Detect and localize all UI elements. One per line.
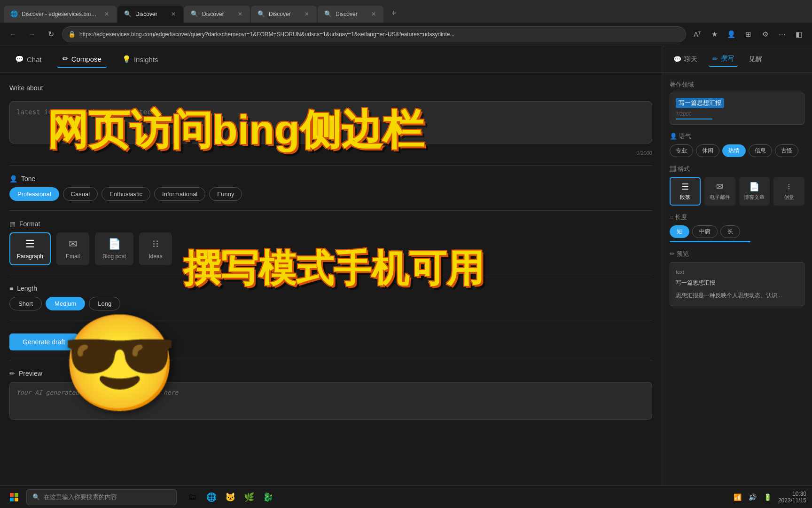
taskbar-edge-icon[interactable]: 🌐	[203, 489, 220, 506]
wifi-icon[interactable]: 📶	[731, 491, 744, 504]
tab-5[interactable]: 🔍 Discover ✕	[318, 6, 383, 23]
browser-frame: 🌐 Discover - edgeservices.bing.com ✕ 🔍 D…	[0, 0, 812, 508]
topic-highlighted-text: 写一篇思想汇报	[676, 98, 724, 108]
settings-button[interactable]: ⚙	[757, 27, 773, 42]
tab-3-close[interactable]: ✕	[237, 10, 243, 18]
taskbar-app4[interactable]: 🌿	[241, 489, 258, 506]
svg-rect-2	[10, 498, 14, 501]
sidebar-toggle[interactable]: ◧	[791, 27, 806, 42]
length-long[interactable]: Long	[89, 297, 120, 310]
length-label: Length	[17, 285, 37, 292]
sidebar-format-icon: ▦	[670, 165, 676, 172]
taskbar-search-icon: 🔍	[32, 493, 40, 500]
format-ideas[interactable]: ⁝⁝ Ideas	[139, 232, 172, 265]
main-panel: 💬 Chat ✏ Compose 💡 Insights Write about	[0, 46, 662, 485]
format-blog[interactable]: 📄 Blog post	[95, 232, 133, 265]
length-medium[interactable]: Medium	[46, 297, 85, 310]
sidebar-tone-funny[interactable]: 古怪	[775, 144, 798, 157]
tone-icon: 👤	[9, 175, 17, 183]
tone-casual[interactable]: Casual	[63, 187, 98, 201]
topic-input-container[interactable]: 写一篇思想汇报 7/2000	[670, 93, 804, 125]
right-sidebar: 💬 聊天 ✏ 撰写 见解 著作领域 写一篇思想汇报 7/2000	[662, 46, 812, 485]
translate-button[interactable]: Aᵀ	[690, 27, 705, 42]
sidebar-format-email[interactable]: ✉ 电子邮件	[704, 177, 735, 206]
taskbar-app3[interactable]: 🐱	[222, 489, 239, 506]
taskbar-search-bar[interactable]: 🔍 在这里输入你要搜索的内容	[26, 489, 177, 505]
preview-area[interactable]	[9, 382, 652, 420]
sidebar-length-buttons: 短 中庸 长	[670, 225, 804, 238]
taskbar-search-text: 在这里输入你要搜索的内容	[44, 493, 117, 501]
sidebar-chat[interactable]: 💬 聊天	[670, 52, 701, 66]
format-ideas-label: Ideas	[148, 253, 162, 260]
sidebar-tone-professional[interactable]: 专业	[670, 144, 693, 157]
tab-2[interactable]: 🔍 Discover ✕	[117, 6, 183, 23]
taskbar: 🔍 在这里输入你要搜索的内容 🗂 🌐 🐱 🌿 🐉 📶 🔊 🔋 10:30 202…	[0, 485, 812, 508]
char-count: 0/2000	[9, 150, 652, 156]
sidebar-compose[interactable]: ✏ 撰写	[709, 52, 738, 67]
favorites-button[interactable]: ★	[707, 27, 722, 42]
tab-insights[interactable]: 💡 Insights	[117, 51, 164, 67]
format-email[interactable]: ✉ Email	[56, 232, 89, 265]
panel-nav: 💬 Chat ✏ Compose 💡 Insights	[0, 46, 662, 73]
tab-2-favicon: 🔍	[124, 10, 132, 18]
sidebar-format-paragraph[interactable]: ☰ 段落	[670, 177, 701, 206]
tab-1-close[interactable]: ✕	[103, 10, 110, 18]
forward-button[interactable]: →	[24, 27, 39, 42]
tab-5-close[interactable]: ✕	[370, 10, 377, 18]
generate-button[interactable]: Generate draft	[9, 333, 78, 350]
sidebar-length-long[interactable]: 长	[720, 225, 740, 238]
tab-chat[interactable]: 💬 Chat	[9, 51, 47, 67]
svg-rect-1	[15, 493, 18, 497]
write-about-section: Write about 0/2000	[9, 84, 652, 156]
taskbar-file-manager[interactable]: 🗂	[184, 489, 201, 506]
sidebar-preview-box: text 写一篇思想汇报 思想汇报是一种反映个人思想动态、认识...	[670, 262, 804, 306]
chat-icon: 💬	[15, 55, 24, 64]
collections-button[interactable]: ⊞	[741, 27, 756, 42]
url-bar[interactable]: 🔒 https://edgeservices.bing.com/edgedisc…	[62, 26, 686, 42]
taskbar-right: 📶 🔊 🔋 10:30 2023/11/15	[731, 491, 806, 504]
format-paragraph[interactable]: ☰ Paragraph	[9, 232, 51, 265]
tab-2-close[interactable]: ✕	[170, 10, 177, 18]
format-email-label: Email	[66, 253, 80, 260]
sidebar-tone-casual[interactable]: 休闲	[696, 144, 719, 157]
nav-bar: ← → ↻ 🔒 https://edgeservices.bing.com/ed…	[0, 23, 812, 46]
sidebar-format-blog[interactable]: 📄 博客文章	[739, 177, 770, 206]
tab-4[interactable]: 🔍 Discover ✕	[251, 6, 317, 23]
tone-funny[interactable]: Funny	[209, 187, 242, 201]
sidebar-format-label: ▦ 格式	[670, 165, 804, 173]
profile-button[interactable]: 👤	[724, 27, 739, 42]
preview-section-title: ✏ Preview	[9, 370, 652, 377]
chat-label: Chat	[27, 56, 42, 64]
sidebar-length-medium[interactable]: 中庸	[692, 225, 718, 238]
sidebar-format-ideas[interactable]: ⁝ 创意	[773, 177, 804, 206]
tone-professional[interactable]: Professional	[9, 187, 59, 201]
sidebar-tone-informational[interactable]: 信息	[749, 144, 772, 157]
tone-enthusiastic[interactable]: Enthusiastic	[102, 187, 150, 201]
tone-section: 👤 Tone Professional Casual Enthusiastic …	[9, 175, 652, 201]
start-button[interactable]	[6, 489, 23, 506]
tab-4-close[interactable]: ✕	[304, 10, 310, 18]
sidebar-insights[interactable]: 见解	[745, 52, 766, 66]
tone-informational[interactable]: Informational	[154, 187, 205, 201]
volume-icon[interactable]: 🔊	[746, 491, 759, 504]
tab-3[interactable]: 🔍 Discover ✕	[184, 6, 250, 23]
taskbar-app5[interactable]: 🐉	[259, 489, 276, 506]
sidebar-paragraph-icon: ☰	[681, 182, 689, 192]
write-about-input[interactable]	[9, 101, 652, 143]
sidebar-tone-enthusiastic[interactable]: 热情	[722, 144, 746, 157]
more-button[interactable]: ⋯	[774, 27, 789, 42]
back-button[interactable]: ←	[6, 27, 21, 42]
tab-compose[interactable]: ✏ Compose	[57, 51, 107, 68]
tab-1[interactable]: 🌐 Discover - edgeservices.bing.com ✕	[4, 6, 117, 23]
sidebar-length-short[interactable]: 短	[670, 225, 689, 238]
preview-label: Preview	[19, 370, 42, 377]
divider-1	[9, 165, 652, 166]
refresh-button[interactable]: ↻	[43, 27, 58, 42]
compose-icon: ✏	[62, 55, 69, 63]
sidebar-compose-label: 撰写	[721, 55, 734, 63]
paragraph-icon: ☰	[25, 238, 35, 250]
battery-icon[interactable]: 🔋	[761, 491, 774, 504]
tab-1-favicon: 🌐	[10, 10, 18, 18]
length-short[interactable]: Short	[9, 297, 42, 310]
new-tab-button[interactable]: +	[386, 6, 401, 21]
